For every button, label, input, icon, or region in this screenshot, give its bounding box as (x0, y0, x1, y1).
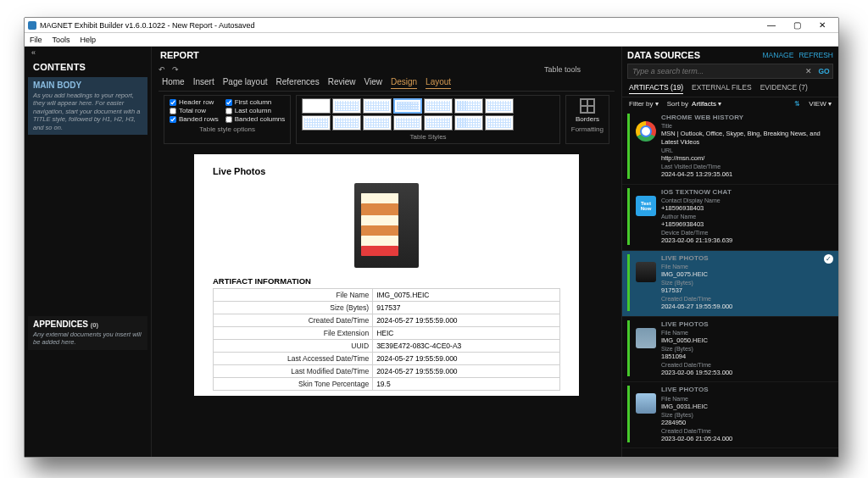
card-field: Contact Display Name (661, 197, 833, 204)
report-toolbar: ↶ ↷ Table tools Home Insert Page layout … (152, 64, 621, 149)
filter-by-button[interactable]: Filter by ▾ (629, 100, 659, 108)
relevance-bar (627, 188, 630, 245)
table-style-swatch[interactable] (454, 98, 483, 114)
data-card[interactable]: LIVE PHOTOSFile NameIMG_0031.HEICSize (B… (622, 382, 838, 448)
card-category: LIVE PHOTOS (661, 386, 833, 394)
tab-design[interactable]: Design (391, 75, 417, 89)
appendices-title: APPENDICES (33, 320, 88, 329)
check-icon: ✓ (824, 254, 833, 264)
table-style-swatch[interactable] (363, 98, 392, 114)
check-total-row[interactable]: Total row (170, 107, 219, 114)
card-category: CHROME WEB HISTORY (661, 114, 833, 122)
data-card[interactable]: LIVE PHOTOSFile NameIMG_0050.HEICSize (B… (622, 317, 838, 383)
borders-button[interactable]: Borders (571, 98, 604, 123)
card-text: LIVE PHOTOSFile NameIMG_0031.HEICSize (B… (661, 386, 833, 442)
card-field: Created Date/Time (661, 295, 833, 303)
minimize-button[interactable]: — (759, 20, 784, 30)
app-window: MAGNET Exhibit Builder v1.6.0.1022 - New… (24, 17, 839, 458)
table-style-swatch[interactable] (454, 115, 483, 131)
data-sources-panel: DATA SOURCES MANAGE REFRESH ✕ GO ARTIFAC… (621, 47, 838, 457)
redo-button[interactable]: ↷ (172, 65, 179, 74)
table-style-swatch[interactable] (302, 115, 331, 131)
contents-title: CONTENTS (28, 58, 147, 77)
sort-direction-icon[interactable]: ⇅ (794, 100, 800, 108)
clear-search-icon[interactable]: ✕ (802, 67, 815, 75)
check-banded-rows[interactable]: Banded rows (170, 115, 219, 123)
table-row: File ExtensionHEIC (214, 327, 560, 340)
search-bar: ✕ GO (627, 64, 833, 79)
card-text: LIVE PHOTOSFile NameIMG_0075.HEICSize (B… (661, 254, 833, 311)
search-input[interactable] (628, 64, 802, 78)
tab-layout[interactable]: Layout (426, 75, 451, 89)
tab-artifacts[interactable]: ARTIFACTS (19) (629, 83, 683, 94)
report-title: REPORT (152, 47, 621, 64)
card-field: File Name (661, 263, 833, 270)
tab-insert[interactable]: Insert (193, 75, 214, 89)
table-style-swatch[interactable] (424, 115, 453, 131)
menu-help[interactable]: Help (81, 36, 97, 44)
filter-bar: Filter by ▾ Sort by Artifacts ▾ ⇅ VIEW ▾ (622, 97, 838, 110)
tab-evidence[interactable]: EVIDENCE (7) (760, 83, 808, 94)
card-field: Created Date/Time (661, 427, 833, 435)
table-style-swatch[interactable] (485, 98, 514, 114)
go-button[interactable]: GO (815, 67, 832, 75)
table-style-swatch[interactable] (302, 98, 331, 114)
menu-tools[interactable]: Tools (53, 36, 70, 44)
group-label-options: Table style options (170, 125, 285, 133)
tab-external-files[interactable]: EXTERNAL FILES (692, 83, 752, 94)
card-value: 2024-04-25 13:29:35.061 (661, 170, 833, 179)
tab-references[interactable]: References (276, 75, 320, 89)
tab-page-layout[interactable]: Page layout (223, 75, 268, 89)
sort-by-button[interactable]: Sort by Artifacts ▾ (667, 100, 722, 108)
check-header-row[interactable]: Header row (170, 98, 219, 106)
maximize-button[interactable]: ▢ (784, 20, 810, 30)
tab-view[interactable]: View (364, 75, 382, 89)
row-value: IMG_0075.HEIC (373, 289, 560, 302)
table-style-swatch[interactable] (332, 115, 361, 131)
style-gallery (302, 98, 554, 131)
check-last-column[interactable]: Last column (225, 107, 286, 114)
contents-appendices[interactable]: APPENDICES (0) Any external documents yo… (28, 316, 147, 350)
card-value: 2023-02-06 21:19:36.639 (661, 236, 833, 245)
card-thumbnail: TextNow (636, 196, 656, 216)
table-style-swatch[interactable] (332, 98, 361, 114)
card-value: 2023-02-06 19:52:53.000 (661, 369, 833, 377)
data-card[interactable]: CHROME WEB HISTORYTitleMSN | Outlook, Of… (622, 110, 838, 185)
close-button[interactable]: ✕ (810, 20, 835, 30)
tab-home[interactable]: Home (162, 75, 185, 89)
group-label-formatting: Formatting (571, 125, 604, 133)
menu-file[interactable]: File (30, 36, 42, 44)
undo-button[interactable]: ↶ (159, 65, 165, 74)
collapse-icon[interactable]: « (28, 47, 147, 58)
check-banded-columns[interactable]: Banded columns (225, 115, 286, 123)
cards-list[interactable]: CHROME WEB HISTORYTitleMSN | Outlook, Of… (622, 110, 838, 457)
row-key: Last Accessed Date/Time (214, 353, 373, 365)
table-row: Created Date/Time2024-05-27 19:55:59.000 (214, 314, 560, 327)
document-viewport[interactable]: Live Photos ARTIFACT INFORMATION File Na… (152, 149, 621, 457)
ribbon: Header row First column Total row Last c… (159, 92, 615, 147)
table-row: Last Modified Date/Time2024-05-27 19:55:… (214, 365, 560, 378)
data-card[interactable]: TextNowIOS TEXTNOW CHATContact Display N… (622, 185, 838, 251)
card-value: +18596938403 (661, 220, 833, 229)
row-value: 2024-05-27 19:55:59.000 (373, 365, 560, 378)
row-key: Last Modified Date/Time (214, 365, 373, 378)
manage-button[interactable]: MANAGE (763, 51, 794, 59)
row-value: 19.5 (373, 378, 560, 391)
tab-review[interactable]: Review (328, 75, 356, 89)
contents-main-body[interactable]: MAIN BODY As you add headings to your re… (28, 77, 147, 135)
card-category: IOS TEXTNOW CHAT (661, 188, 833, 197)
check-first-column[interactable]: First column (225, 98, 286, 106)
refresh-button[interactable]: REFRESH (798, 51, 833, 59)
table-style-swatch[interactable] (485, 115, 514, 131)
table-style-swatch[interactable] (363, 115, 392, 131)
view-button[interactable]: VIEW ▾ (809, 100, 832, 108)
table-style-swatch[interactable] (393, 115, 422, 131)
ribbon-tabs: Home Insert Page layout References Revie… (159, 74, 615, 92)
data-card[interactable]: LIVE PHOTOSFile NameIMG_0075.HEICSize (B… (622, 251, 838, 317)
relevance-bar (627, 386, 630, 442)
table-style-swatch[interactable] (393, 98, 422, 114)
table-style-swatch[interactable] (424, 98, 453, 114)
row-key: Created Date/Time (214, 314, 373, 327)
card-category: LIVE PHOTOS (661, 254, 833, 263)
card-value: IMG_0075.HEIC (661, 270, 833, 279)
